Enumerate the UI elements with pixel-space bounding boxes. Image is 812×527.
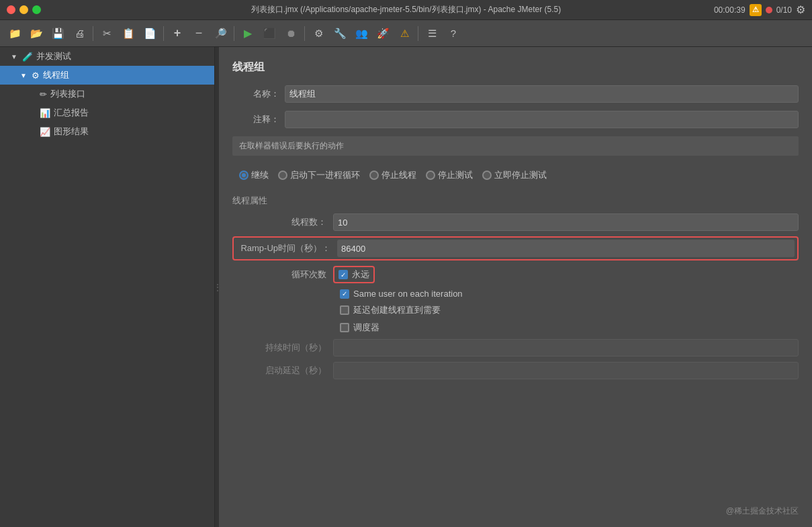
radio-group: 继续 启动下一进程循环 停止线程 停止测试 立即停止测试 [232,164,799,187]
loop-forever-checkbox[interactable]: ✓ [339,270,348,279]
duration-input[interactable] [333,339,799,356]
comment-input[interactable] [285,111,799,128]
window-title: 列表接口.jmx (/Applications/apache-jmeter-5.… [251,4,561,15]
config-button[interactable]: ⚙ [309,24,328,43]
timer-display: 00:00:39 [714,5,746,15]
name-row: 名称： [232,85,799,103]
section-title: 线程组 [232,60,799,75]
traffic-lights [7,5,41,14]
radio-stop-test[interactable]: 停止测试 [426,169,473,181]
delay-create-checkbox[interactable] [340,305,349,315]
radio-circle-next-loop [278,171,287,180]
maximize-button[interactable] [32,5,41,14]
same-user-checkbox[interactable]: ✓ [340,289,349,299]
cut-button[interactable]: ✂ [97,24,116,43]
radio-circle-stop-now [482,171,492,180]
sidebar-item-list-api[interactable]: ▶ ✏ 列表接口 [0,85,214,103]
copy-button[interactable]: 📋 [119,24,138,43]
help-button[interactable]: ? [444,24,463,43]
same-user-row[interactable]: ✓ Same user on each iteration [232,289,799,299]
graph-icon: 📈 [40,127,50,137]
radio-circle-stop-test [426,171,435,180]
new-button[interactable]: 📁 [5,24,24,43]
separator4 [304,26,305,41]
tools-button[interactable]: 🔧 [330,24,349,43]
status-dot [766,7,772,13]
sidebar-item-label: 图形结果 [54,126,89,138]
name-label: 名称： [232,88,279,100]
radio-continue[interactable]: 继续 [239,169,269,181]
list-button[interactable]: ☰ [422,24,441,43]
warning-icon: ⚠ [750,4,762,16]
watermark: @稀土掘金技术社区 [726,506,799,517]
settings-icon[interactable]: ⚙ [796,3,805,16]
print-button[interactable]: 🖨 [70,24,89,43]
separator1 [93,26,93,41]
thread-count-row: 线程数： [232,213,799,231]
thread-group-icon: ⚙ [32,70,40,81]
loop-label: 循环次数 [232,269,333,281]
open-button[interactable]: 📂 [27,24,46,43]
counter-display: 0/10 [776,5,792,15]
scheduler-checkbox[interactable] [340,323,349,332]
startup-delay-input[interactable] [333,362,799,379]
radio-circle-continue [239,171,249,180]
sidebar-item-summary-report[interactable]: ▶ 📊 汇总报告 [0,103,214,122]
name-input[interactable] [285,85,799,103]
radio-stop-now[interactable]: 立即停止测试 [482,169,547,181]
scheduler-label: 调度器 [353,322,379,334]
thread-count-label: 线程数： [232,216,333,228]
close-button[interactable] [7,5,15,14]
expand-arrow-icon: ▼ [20,72,27,79]
error-section: 在取样器错误后要执行的动作 [232,136,799,156]
search-button[interactable]: 🔎 [211,24,230,43]
radio-next-loop[interactable]: 启动下一进程循环 [278,169,360,181]
sidebar-item-label: 线程组 [43,69,69,81]
remove-button[interactable]: − [189,24,208,43]
sidebar-item-label: 汇总报告 [54,107,89,119]
record-button[interactable]: ⏺ [281,24,300,43]
loop-count-row: 循环次数 ✓ 永远 [232,266,799,283]
same-user-label: Same user on each iteration [353,289,463,299]
scheduler-row[interactable]: 调度器 [232,322,799,334]
sidebar: ▼ 🧪 并发测试 ▼ ⚙ 线程组 ▶ ✏ 列表接口 ▶ 📊 汇总报告 ▶ 📈 图… [0,47,215,527]
sidebar-item-thread-group[interactable]: ▼ ⚙ 线程组 [0,66,214,85]
delay-create-label: 延迟创建线程直到需要 [353,304,441,316]
report-icon: 📊 [40,108,50,118]
duration-row: 持续时间（秒） [232,339,799,356]
sidebar-item-label: 列表接口 [50,88,85,100]
delay-create-row[interactable]: 延迟创建线程直到需要 [232,304,799,316]
main-layout: ▼ 🧪 并发测试 ▼ ⚙ 线程组 ▶ ✏ 列表接口 ▶ 📊 汇总报告 ▶ 📈 图… [0,47,812,527]
title-bar: 列表接口.jmx (/Applications/apache-jmeter-5.… [0,0,812,20]
users-button[interactable]: 👥 [352,24,371,43]
paste-button[interactable]: 📄 [140,24,159,43]
save-button[interactable]: 💾 [48,24,67,43]
sidebar-item-graph-result[interactable]: ▶ 📈 图形结果 [0,122,214,141]
title-bar-right: 00:00:39 ⚠ 0/10 ⚙ [714,3,805,16]
loop-forever-area: ✓ 永远 [333,266,375,283]
thread-props-title: 线程属性 [232,195,799,207]
radio-stop-thread[interactable]: 停止线程 [369,169,416,181]
separator2 [163,26,164,41]
minimize-button[interactable] [19,5,28,14]
separator3 [234,26,234,41]
rampup-label: Ramp-Up时间（秒）： [236,242,337,254]
run-button[interactable]: ▶ [238,24,257,43]
sidebar-item-concurrent-test[interactable]: ▼ 🧪 并发测试 [0,47,214,66]
rampup-input[interactable] [337,240,795,257]
comment-row: 注释： [232,111,799,128]
radio-label-continue: 继续 [251,169,269,181]
launch-button[interactable]: 🚀 [373,24,392,43]
comment-label: 注释： [232,113,279,126]
toolbar: 📁 📂 💾 🖨 ✂ 📋 📄 + − 🔎 ▶ ⬛ ⏺ ⚙ 🔧 👥 🚀 ⚠ ☰ ? [0,20,812,47]
stop-button[interactable]: ⬛ [260,24,279,43]
separator5 [418,26,418,41]
add-button[interactable]: + [168,24,187,43]
alert-button[interactable]: ⚠ [395,24,414,43]
loop-forever-label: 永远 [352,269,369,281]
sampler-icon: ✏ [40,89,47,99]
thread-count-input[interactable] [333,213,799,231]
radio-label-stop-test: 停止测试 [438,169,473,181]
radio-label-stop-thread: 停止线程 [381,169,416,181]
duration-label: 持续时间（秒） [232,342,333,354]
